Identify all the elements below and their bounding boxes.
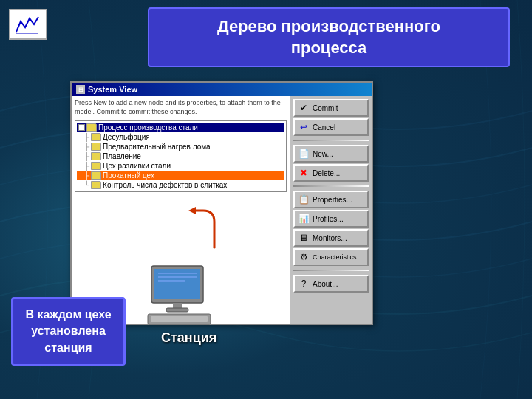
monitors-icon: 🖥 (298, 232, 310, 244)
tree-root-label: Процесс производства стали (98, 123, 198, 132)
properties-icon: 📋 (298, 194, 310, 205)
folder-icon-3 (91, 162, 101, 170)
title-line2: процесса (291, 38, 367, 57)
svg-marker-1 (188, 207, 196, 214)
tree-item-0[interactable]: ├ Десульфация (77, 132, 284, 142)
about-label: About... (313, 280, 338, 288)
bottom-callout: В каждом цехе установлена станция (11, 297, 126, 366)
monitors-label: Monitors... (313, 234, 347, 242)
svg-rect-10 (151, 316, 208, 322)
monitors-button[interactable]: 🖥 Monitors... (293, 229, 369, 247)
logo (9, 9, 47, 40)
computer-illustration (140, 262, 222, 329)
folder-icon-root (86, 123, 97, 132)
commit-button[interactable]: ✔ Commit (293, 99, 369, 117)
callout-line1: В каждом цехе (25, 308, 111, 321)
folder-icon-0 (91, 133, 101, 141)
tree-item-label-5: Контроль числа дефектов в слитках (103, 181, 227, 189)
folder-icon-4 (91, 171, 101, 180)
svg-rect-0 (13, 13, 43, 36)
cancel-button[interactable]: ↩ Cancel (293, 118, 369, 136)
info-text: Press New to add a new node and its prop… (75, 99, 287, 116)
tree-expand-root[interactable]: − (78, 124, 85, 131)
tree-root[interactable]: − Процесс производства стали (77, 123, 284, 132)
tree-item-1[interactable]: ├ Предварительный нагрев лома (77, 142, 284, 151)
callout-line3: станция (44, 341, 92, 354)
cancel-icon: ↩ (298, 121, 310, 133)
divider-3 (293, 270, 369, 271)
folder-icon-1 (91, 143, 101, 151)
profiles-icon: 📊 (298, 213, 310, 225)
tree-item-label-4: Прокатный цех (103, 171, 154, 180)
characteristics-button[interactable]: ⚙ Characteristics... (293, 248, 369, 266)
delete-button[interactable]: ✖ Delete... (293, 164, 369, 182)
divider-2 (293, 185, 369, 187)
new-label: New... (313, 150, 333, 158)
commit-icon: ✔ (298, 102, 310, 114)
tree-item-label-3: Цех разливки стали (103, 162, 171, 170)
title-line1: Дерево производственного (217, 17, 440, 35)
characteristics-label: Characteristics... (313, 253, 362, 261)
tree-view[interactable]: − Процесс производства стали ├ Десульфац… (75, 120, 287, 192)
svg-rect-8 (166, 308, 188, 312)
new-button[interactable]: 📄 New... (293, 145, 369, 163)
folder-icon-5 (91, 181, 101, 189)
window-body: Press New to add a new node and its prop… (72, 96, 372, 324)
characteristics-icon: ⚙ (298, 251, 310, 263)
window-titlebar: ⊟ System View (72, 83, 372, 96)
callout-line2: установлена (31, 324, 106, 337)
tree-item-4[interactable]: ├ Прокатный цех (77, 171, 284, 180)
window-icon: ⊟ (76, 85, 85, 94)
arrow (185, 207, 222, 251)
profiles-button[interactable]: 📊 Profiles... (293, 210, 369, 228)
properties-button[interactable]: 📋 Properties... (293, 191, 369, 208)
divider-1 (293, 140, 369, 141)
new-icon: 📄 (298, 148, 310, 160)
tree-item-2[interactable]: ├ Плавление (77, 151, 284, 161)
about-button[interactable]: ? About... (293, 275, 369, 293)
folder-icon-2 (91, 152, 101, 160)
main-window: ⊟ System View Press New to add a new nod… (70, 81, 373, 325)
tree-item-label-2: Плавление (103, 152, 141, 160)
delete-label: Delete... (313, 169, 340, 177)
right-panel: ✔ Commit ↩ Cancel 📄 New... ✖ Delete... (290, 96, 372, 324)
tree-item-3[interactable]: ├ Цех разливки стали (77, 161, 284, 171)
commit-label: Commit (313, 104, 338, 112)
window-title: System View (88, 85, 137, 94)
delete-icon: ✖ (298, 167, 310, 179)
tree-item-5[interactable]: └ Контроль числа дефектов в слитках (77, 180, 284, 190)
tree-item-label-1: Предварительный нагрев лома (103, 143, 211, 151)
cancel-label: Cancel (313, 123, 335, 132)
title-box: Дерево производственного процесса (148, 7, 510, 67)
station-label: Станция (161, 330, 216, 346)
profiles-label: Profiles... (313, 215, 344, 223)
logo-icon (13, 13, 43, 36)
help-icon: ? (298, 278, 310, 290)
properties-label: Properties... (313, 196, 352, 204)
tree-item-label-0: Десульфация (103, 133, 150, 141)
